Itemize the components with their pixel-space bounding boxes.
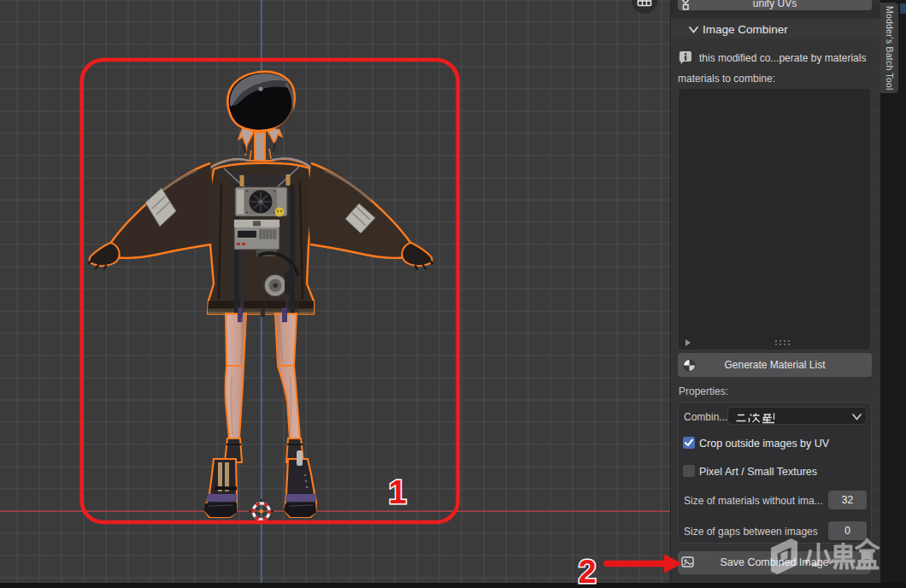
svg-text:2: 2: [578, 554, 596, 588]
svg-text:1: 1: [388, 474, 406, 510]
